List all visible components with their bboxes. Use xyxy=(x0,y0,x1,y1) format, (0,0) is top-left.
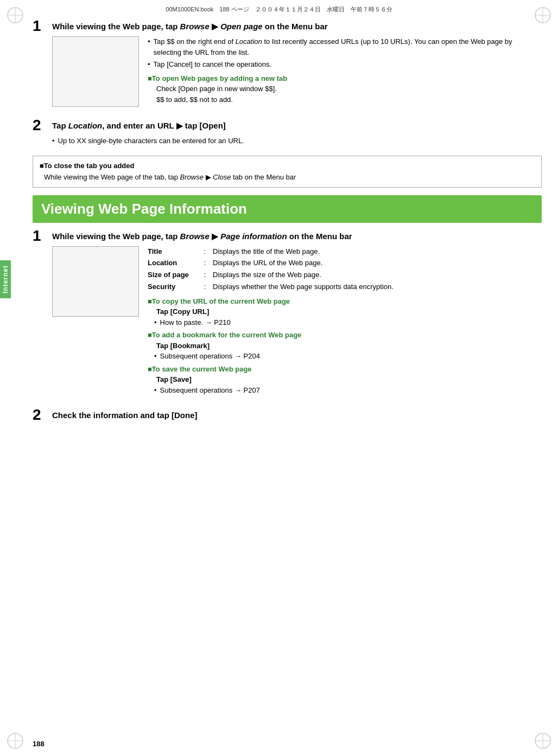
info-row-title: Title : Displays the title of the Web pa… xyxy=(148,246,542,258)
info-table: Title : Displays the title of the Web pa… xyxy=(148,246,542,293)
section2-step2-content: Check the information and tap [Done] xyxy=(52,409,542,425)
copy-url-bullet: How to paste. → P210 xyxy=(148,317,542,328)
top-meta-bar: 00M1000EN.book 188 ページ ２００４年１１月２４日 水曜日 午… xyxy=(0,5,558,14)
section2-step2-number: 2 xyxy=(33,407,49,422)
bookmark-block: ■To add a bookmark for the current Web p… xyxy=(148,330,542,362)
note-close-tab: ■To close the tab you added While viewin… xyxy=(33,156,542,188)
bookmark-tap: Tap [Bookmark] xyxy=(148,341,542,351)
section1-step1: 1 While viewing the Web page, tap Browse… xyxy=(33,21,542,112)
corner-decoration-br xyxy=(532,730,554,752)
sidebar-label: Internet xyxy=(0,260,11,298)
info-row-security: Security : Displays whether the Web page… xyxy=(148,281,542,293)
step1-bullets: Tap $$ on the right end of Location to l… xyxy=(148,36,542,105)
colored-heading1-block: ■To open Web pages by adding a new tab C… xyxy=(148,73,542,105)
section2-step1-image-text: Title : Displays the title of the Web pa… xyxy=(52,246,542,397)
step1-number: 1 xyxy=(33,18,49,34)
corner-decoration-bl xyxy=(4,730,26,752)
step2-number: 2 xyxy=(33,118,49,133)
copy-url-block: ■To copy the URL of the current Web page… xyxy=(148,296,542,328)
note-text: While viewing the Web page of the tab, t… xyxy=(40,172,535,183)
bullet-cancel: Tap [Cancel] to cancel the operations. xyxy=(148,59,542,70)
section2-step1: 1 While viewing the Web page, tap Browse… xyxy=(33,230,542,402)
note-title: ■To close the tab you added xyxy=(40,161,535,171)
step2-content: Tap Location, and enter an URL ▶ tap [Op… xyxy=(52,120,542,148)
copy-url-heading: ■To copy the URL of the current Web page xyxy=(148,296,542,307)
step1-content: While viewing the Web page, tap Browse ▶… xyxy=(52,21,542,112)
green-title-bar: Viewing Web Page Information xyxy=(33,195,542,223)
step1-screenshot xyxy=(52,36,139,107)
check-text: Check [Open page in new window $$]. $$ t… xyxy=(148,84,542,105)
section2-step2-title: Check the information and tap [Done] xyxy=(52,409,542,421)
save-heading: ■To save the current Web page xyxy=(148,364,542,375)
copy-url-tap: Tap [Copy URL] xyxy=(148,306,542,317)
bookmark-bullet: Subsequent operations → P204 xyxy=(148,351,542,362)
section2-step1-title: While viewing the Web page, tap Browse ▶… xyxy=(52,230,542,242)
step1-title: While viewing the Web page, tap Browse ▶… xyxy=(52,21,542,32)
section2-step1-content: While viewing the Web page, tap Browse ▶… xyxy=(52,230,542,402)
main-content: 1 While viewing the Web page, tap Browse… xyxy=(33,21,542,729)
section2-screenshot xyxy=(52,246,139,317)
info-row-size: Size of page : Displays the size of the … xyxy=(148,270,542,281)
step2-title: Tap Location, and enter an URL ▶ tap [Op… xyxy=(52,120,542,131)
section2-info: Title : Displays the title of the Web pa… xyxy=(148,246,542,397)
section2-title: Viewing Web Page Information xyxy=(41,201,533,217)
step2-bullet: Up to XX single-byte characters can be e… xyxy=(52,136,542,146)
bullet-location: Tap $$ on the right end of Location to l… xyxy=(148,36,542,57)
info-row-location: Location : Displays the URL of the Web p… xyxy=(148,258,542,269)
step1-image-text: Tap $$ on the right end of Location to l… xyxy=(52,36,542,107)
section1-step2: 2 Tap Location, and enter an URL ▶ tap [… xyxy=(33,120,542,148)
page-number: 188 xyxy=(33,740,45,748)
section2-step2: 2 Check the information and tap [Done] xyxy=(33,409,542,425)
save-block: ■To save the current Web page Tap [Save]… xyxy=(148,364,542,396)
colored-heading1: ■To open Web pages by adding a new tab xyxy=(148,73,542,84)
save-tap: Tap [Save] xyxy=(148,374,542,385)
bookmark-heading: ■To add a bookmark for the current Web p… xyxy=(148,330,542,341)
section2-step1-number: 1 xyxy=(33,228,49,244)
save-bullet: Subsequent operations → P207 xyxy=(148,385,542,396)
